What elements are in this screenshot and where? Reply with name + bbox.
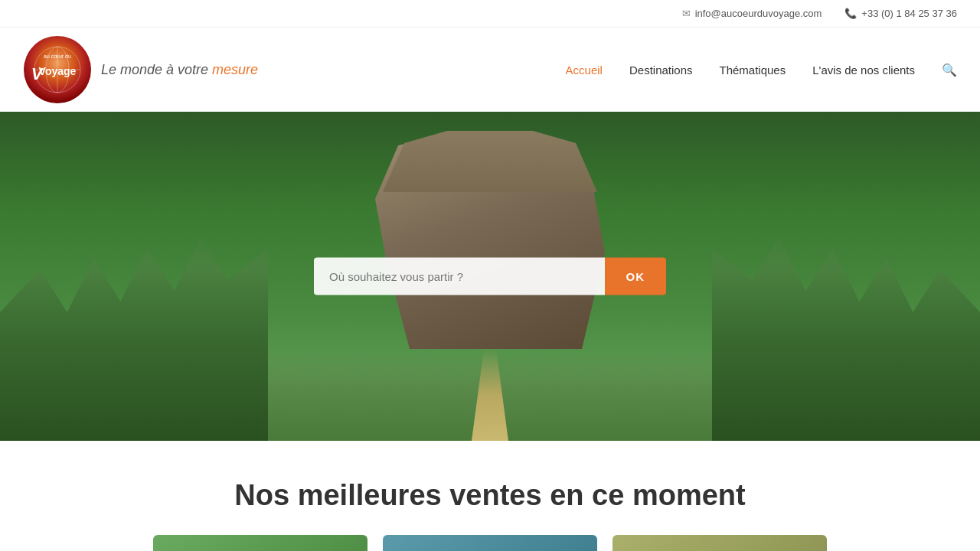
nav-accueil[interactable]: Accueil (566, 64, 603, 77)
search-button[interactable]: OK (605, 258, 667, 295)
header: au cœur du Voyage V Le monde à votre mes… (0, 28, 980, 112)
main-nav: Accueil Destinations Thématiques L'avis … (566, 63, 957, 77)
section-title: Nos meilleures ventes en ce moment (23, 479, 957, 512)
svg-text:V: V (31, 64, 44, 83)
hero-trees-left (0, 227, 268, 441)
card-3 (612, 535, 827, 551)
hero-trees-right (712, 227, 980, 441)
hero-rock-top (383, 131, 597, 192)
email-text: info@aucoeurduvoyage.com (695, 8, 822, 19)
card-1 (153, 535, 368, 551)
svg-text:au cœur du: au cœur du (44, 54, 71, 59)
nav-avis[interactable]: L'avis de nos clients (812, 64, 915, 77)
tagline-highlight: mesure (212, 62, 258, 77)
email-icon: ✉ (682, 8, 691, 19)
search-input[interactable] (314, 258, 605, 295)
nav-thematiques[interactable]: Thématiques (720, 64, 786, 77)
tagline-prefix: Le monde à votre (101, 62, 212, 77)
top-bar: ✉ info@aucoeurduvoyage.com 📞 +33 (0) 1 8… (0, 0, 980, 28)
best-sellers-section: Nos meilleures ventes en ce moment (0, 441, 980, 551)
svg-text:Voyage: Voyage (39, 65, 77, 77)
logo-image: au cœur du Voyage V (23, 35, 92, 104)
phone-item: 📞 +33 (0) 1 84 25 37 36 (844, 8, 957, 19)
logo-area: au cœur du Voyage V Le monde à votre mes… (23, 35, 258, 104)
search-overlay: OK (314, 258, 666, 295)
logo-tagline: Le monde à votre mesure (101, 62, 258, 78)
email-item: ✉ info@aucoeurduvoyage.com (682, 8, 822, 19)
phone-icon: 📞 (844, 8, 857, 19)
hero-section: OK (0, 112, 980, 441)
card-2 (383, 535, 597, 551)
nav-destinations[interactable]: Destinations (629, 64, 693, 77)
search-icon[interactable]: 🔍 (942, 63, 957, 77)
card-row (23, 535, 957, 551)
phone-text: +33 (0) 1 84 25 37 36 (861, 8, 957, 19)
